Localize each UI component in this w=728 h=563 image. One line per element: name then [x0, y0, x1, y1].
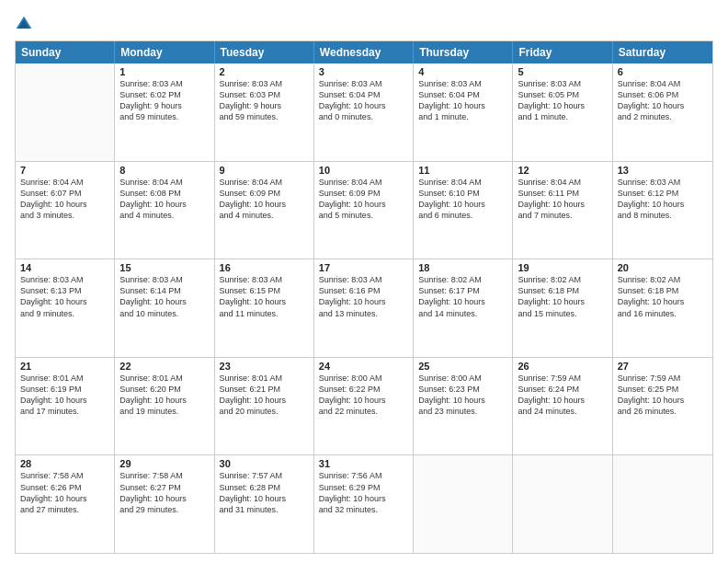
calendar-cell: 31Sunrise: 7:56 AM Sunset: 6:29 PM Dayli… [314, 455, 414, 553]
cell-info: Sunrise: 7:59 AM Sunset: 6:24 PM Dayligh… [518, 373, 607, 418]
header-cell-monday: Monday [115, 41, 214, 63]
cell-info: Sunrise: 8:02 AM Sunset: 6:18 PM Dayligh… [618, 274, 708, 319]
calendar-cell: 3Sunrise: 8:03 AM Sunset: 6:04 PM Daylig… [314, 63, 414, 161]
header-cell-thursday: Thursday [414, 41, 513, 63]
calendar-cell: 8Sunrise: 8:04 AM Sunset: 6:08 PM Daylig… [115, 162, 214, 259]
calendar-cell [414, 455, 513, 553]
cell-info: Sunrise: 8:01 AM Sunset: 6:20 PM Dayligh… [119, 373, 209, 418]
cell-info: Sunrise: 8:03 AM Sunset: 6:04 PM Dayligh… [418, 78, 507, 123]
day-number: 30 [220, 458, 309, 469]
day-number: 25 [418, 361, 507, 372]
day-number: 29 [119, 458, 209, 469]
calendar-week-4: 21Sunrise: 8:01 AM Sunset: 6:19 PM Dayli… [16, 358, 712, 456]
logo [15, 15, 37, 33]
cell-info: Sunrise: 7:57 AM Sunset: 6:28 PM Dayligh… [220, 470, 309, 515]
calendar-header-row: SundayMondayTuesdayWednesdayThursdayFrid… [16, 41, 712, 63]
day-number: 24 [319, 361, 408, 372]
day-number: 14 [20, 262, 109, 273]
cell-info: Sunrise: 8:03 AM Sunset: 6:13 PM Dayligh… [20, 274, 109, 319]
day-number: 27 [618, 361, 708, 372]
cell-info: Sunrise: 7:58 AM Sunset: 6:27 PM Dayligh… [119, 470, 209, 515]
calendar-cell [16, 63, 115, 161]
calendar-cell: 23Sunrise: 8:01 AM Sunset: 6:21 PM Dayli… [215, 358, 314, 455]
day-number: 11 [418, 165, 507, 176]
calendar-cell: 10Sunrise: 8:04 AM Sunset: 6:09 PM Dayli… [314, 162, 414, 259]
cell-info: Sunrise: 8:02 AM Sunset: 6:17 PM Dayligh… [418, 274, 507, 319]
cell-info: Sunrise: 8:03 AM Sunset: 6:15 PM Dayligh… [220, 274, 309, 319]
cell-info: Sunrise: 8:03 AM Sunset: 6:12 PM Dayligh… [618, 177, 708, 222]
calendar-cell: 17Sunrise: 8:03 AM Sunset: 6:16 PM Dayli… [314, 259, 414, 357]
calendar-body: 1Sunrise: 8:03 AM Sunset: 6:02 PM Daylig… [16, 63, 712, 553]
day-number: 16 [220, 262, 309, 273]
day-number: 22 [119, 361, 209, 372]
cell-info: Sunrise: 8:04 AM Sunset: 6:11 PM Dayligh… [518, 177, 607, 222]
day-number: 18 [418, 262, 507, 273]
calendar-cell: 1Sunrise: 8:03 AM Sunset: 6:02 PM Daylig… [115, 63, 214, 161]
cell-info: Sunrise: 8:01 AM Sunset: 6:21 PM Dayligh… [220, 373, 309, 418]
cell-info: Sunrise: 7:58 AM Sunset: 6:26 PM Dayligh… [20, 470, 109, 515]
calendar-cell: 28Sunrise: 7:58 AM Sunset: 6:26 PM Dayli… [16, 455, 115, 553]
day-number: 1 [119, 66, 209, 77]
cell-info: Sunrise: 7:56 AM Sunset: 6:29 PM Dayligh… [319, 470, 408, 515]
calendar-cell: 14Sunrise: 8:03 AM Sunset: 6:13 PM Dayli… [16, 259, 115, 357]
calendar-cell: 18Sunrise: 8:02 AM Sunset: 6:17 PM Dayli… [414, 259, 513, 357]
calendar-cell: 6Sunrise: 8:04 AM Sunset: 6:06 PM Daylig… [613, 63, 712, 161]
day-number: 23 [220, 361, 309, 372]
day-number: 4 [418, 66, 507, 77]
calendar-cell: 20Sunrise: 8:02 AM Sunset: 6:18 PM Dayli… [613, 259, 712, 357]
cell-info: Sunrise: 8:03 AM Sunset: 6:02 PM Dayligh… [119, 78, 209, 123]
cell-info: Sunrise: 8:03 AM Sunset: 6:05 PM Dayligh… [518, 78, 607, 123]
cell-info: Sunrise: 8:04 AM Sunset: 6:09 PM Dayligh… [220, 177, 309, 222]
cell-info: Sunrise: 8:03 AM Sunset: 6:03 PM Dayligh… [220, 78, 309, 123]
cell-info: Sunrise: 8:02 AM Sunset: 6:18 PM Dayligh… [518, 274, 607, 319]
calendar-cell [613, 455, 712, 553]
calendar-cell: 26Sunrise: 7:59 AM Sunset: 6:24 PM Dayli… [513, 358, 612, 455]
day-number: 20 [618, 262, 708, 273]
header-cell-wednesday: Wednesday [314, 41, 414, 63]
header-cell-sunday: Sunday [16, 41, 115, 63]
calendar-cell: 11Sunrise: 8:04 AM Sunset: 6:10 PM Dayli… [414, 162, 513, 259]
day-number: 8 [119, 165, 209, 176]
calendar-cell: 30Sunrise: 7:57 AM Sunset: 6:28 PM Dayli… [215, 455, 314, 553]
calendar-cell: 27Sunrise: 7:59 AM Sunset: 6:25 PM Dayli… [613, 358, 712, 455]
day-number: 3 [319, 66, 408, 77]
calendar-cell: 24Sunrise: 8:00 AM Sunset: 6:22 PM Dayli… [314, 358, 414, 455]
calendar-week-5: 28Sunrise: 7:58 AM Sunset: 6:26 PM Dayli… [16, 455, 712, 553]
calendar-cell: 9Sunrise: 8:04 AM Sunset: 6:09 PM Daylig… [215, 162, 314, 259]
day-number: 26 [518, 361, 607, 372]
cell-info: Sunrise: 8:00 AM Sunset: 6:22 PM Dayligh… [319, 373, 408, 418]
calendar-cell: 2Sunrise: 8:03 AM Sunset: 6:03 PM Daylig… [215, 63, 314, 161]
day-number: 7 [20, 165, 109, 176]
calendar-cell: 13Sunrise: 8:03 AM Sunset: 6:12 PM Dayli… [613, 162, 712, 259]
day-number: 31 [319, 458, 408, 469]
cell-info: Sunrise: 8:03 AM Sunset: 6:16 PM Dayligh… [319, 274, 408, 319]
calendar-cell: 29Sunrise: 7:58 AM Sunset: 6:27 PM Dayli… [115, 455, 214, 553]
cell-info: Sunrise: 8:01 AM Sunset: 6:19 PM Dayligh… [20, 373, 109, 418]
calendar-cell: 22Sunrise: 8:01 AM Sunset: 6:20 PM Dayli… [115, 358, 214, 455]
header-cell-saturday: Saturday [613, 41, 712, 63]
day-number: 19 [518, 262, 607, 273]
calendar-week-3: 14Sunrise: 8:03 AM Sunset: 6:13 PM Dayli… [16, 259, 712, 358]
cell-info: Sunrise: 8:04 AM Sunset: 6:10 PM Dayligh… [418, 177, 507, 222]
day-number: 9 [220, 165, 309, 176]
day-number: 28 [20, 458, 109, 469]
day-number: 2 [220, 66, 309, 77]
calendar-week-1: 1Sunrise: 8:03 AM Sunset: 6:02 PM Daylig… [16, 63, 712, 162]
calendar-cell: 19Sunrise: 8:02 AM Sunset: 6:18 PM Dayli… [513, 259, 612, 357]
calendar-cell: 7Sunrise: 8:04 AM Sunset: 6:07 PM Daylig… [16, 162, 115, 259]
calendar-cell: 15Sunrise: 8:03 AM Sunset: 6:14 PM Dayli… [115, 259, 214, 357]
calendar: SundayMondayTuesdayWednesdayThursdayFrid… [15, 40, 713, 554]
day-number: 10 [319, 165, 408, 176]
calendar-cell: 21Sunrise: 8:01 AM Sunset: 6:19 PM Dayli… [16, 358, 115, 455]
calendar-week-2: 7Sunrise: 8:04 AM Sunset: 6:07 PM Daylig… [16, 162, 712, 260]
header-cell-tuesday: Tuesday [215, 41, 314, 63]
cell-info: Sunrise: 8:04 AM Sunset: 6:09 PM Dayligh… [319, 177, 408, 222]
header [15, 15, 713, 33]
cell-info: Sunrise: 8:04 AM Sunset: 6:08 PM Dayligh… [119, 177, 209, 222]
calendar-cell [513, 455, 612, 553]
cell-info: Sunrise: 8:00 AM Sunset: 6:23 PM Dayligh… [418, 373, 507, 418]
page: SundayMondayTuesdayWednesdayThursdayFrid… [0, 0, 728, 563]
calendar-cell: 5Sunrise: 8:03 AM Sunset: 6:05 PM Daylig… [513, 63, 612, 161]
logo-icon [15, 15, 33, 33]
day-number: 15 [119, 262, 209, 273]
